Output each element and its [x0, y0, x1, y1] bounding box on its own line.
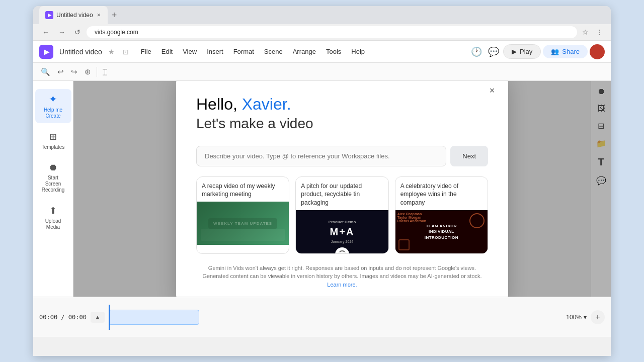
loading-spinner-container: [335, 247, 349, 253]
address-bar-row: ← → ↺ ☆ ⋮: [33, 24, 611, 41]
menu-file[interactable]: File: [137, 46, 155, 57]
upload-icon: ⬆: [49, 205, 57, 216]
template-card-employee[interactable]: A celebratory video of employee wins in …: [395, 176, 488, 254]
app-area: ▶ Untitled video ★ ⊡ File Edit View Inse…: [33, 41, 611, 337]
share-icon: 👥: [551, 48, 559, 55]
canvas-area: ⏺ 🖼 ⊟ 📁 T 💬 × Hello, Xavier. Let's make …: [73, 81, 611, 297]
template-thumb-product: Product Demo M+A January 2024: [296, 210, 388, 253]
play-label: Play: [520, 48, 532, 55]
employee-name-area: Alex ChapmanTaylor MorganRachel Anderson: [397, 212, 426, 223]
timeline: 00:00 / 00:00 ▲ 100% ▾ +: [33, 297, 611, 337]
template-cards: A recap video of my weekly marketing mee…: [196, 176, 488, 254]
help-create-modal: × Hello, Xavier. Let's make a video Next: [176, 81, 508, 297]
search-icon[interactable]: 🔍: [39, 66, 52, 78]
template-thumb-weekly: WEEKLY TEAM UPDATES: [197, 202, 289, 245]
zoom-label: 100%: [566, 314, 582, 321]
add-scene-button[interactable]: +: [591, 310, 605, 324]
templates-icon: ⊞: [49, 131, 57, 142]
app-title: Untitled video: [59, 48, 102, 56]
menu-view[interactable]: View: [179, 46, 201, 57]
forward-button[interactable]: →: [55, 26, 68, 38]
sidebar-item-templates[interactable]: ⊞ Templates: [35, 127, 71, 154]
user-avatar[interactable]: [590, 44, 605, 59]
menu-format[interactable]: Format: [229, 46, 258, 57]
employee-title-text: TEAM AND/ORINDIVIDUALINTRODUCTION: [425, 223, 458, 240]
weekly-bg-overlay: [197, 202, 289, 245]
browser-tab[interactable]: ▶ Untitled video ×: [39, 6, 108, 24]
address-input[interactable]: [87, 26, 577, 38]
star-icon[interactable]: ★: [108, 48, 115, 56]
browser-window: ▶ Untitled video × + ← → ↺ ☆ ⋮ ▶ Untitle…: [33, 6, 611, 356]
share-button[interactable]: 👥 Share: [543, 45, 588, 58]
tab-bar: ▶ Untitled video × +: [33, 6, 611, 24]
employee-square-deco: [398, 239, 410, 250]
tab-close-button[interactable]: ×: [96, 11, 102, 20]
sidebar-item-help-create[interactable]: ✦ Help meCreate: [35, 89, 71, 123]
undo-icon[interactable]: ↩: [56, 66, 65, 78]
modal-greeting: Hello, Xavier.: [196, 95, 488, 114]
cursor-icon[interactable]: ⌶: [101, 66, 109, 77]
menu-arrange[interactable]: Arrange: [289, 46, 320, 57]
toolbar-divider-1: [97, 67, 97, 77]
share-label: Share: [562, 48, 580, 55]
zoom-control[interactable]: 100% ▾: [566, 314, 587, 321]
sidebar: ✦ Help meCreate ⊞ Templates ⏺ Start Scre…: [33, 81, 73, 297]
play-button[interactable]: ▶ Play: [503, 44, 541, 59]
modal-overlay: × Hello, Xavier. Let's make a video Next: [73, 81, 611, 297]
folder-icon[interactable]: ⊡: [123, 48, 129, 56]
help-create-icon: ✦: [49, 93, 57, 105]
greeting-name: Xavier.: [242, 95, 291, 113]
learn-more-link[interactable]: Learn more.: [327, 282, 357, 288]
bookmark-button[interactable]: ☆: [580, 26, 591, 38]
comments-button[interactable]: 💬: [486, 44, 501, 59]
menu-edit[interactable]: Edit: [157, 46, 177, 57]
zoom-icon[interactable]: ⊕: [83, 66, 93, 78]
menu-help[interactable]: Help: [347, 46, 369, 57]
product-demo-label: Product Demo: [329, 220, 356, 224]
history-button[interactable]: 🕐: [469, 44, 484, 59]
sidebar-label-help-create: Help meCreate: [44, 107, 62, 119]
screen-record-icon: ⏺: [49, 162, 58, 173]
menu-insert[interactable]: Insert: [203, 46, 227, 57]
sidebar-item-upload[interactable]: ⬆ UploadMedia: [35, 201, 71, 234]
sidebar-item-screen-record[interactable]: ⏺ Start ScreenRecording: [35, 158, 71, 197]
tab-title: Untitled video: [56, 12, 93, 19]
more-button[interactable]: ⋮: [594, 26, 605, 38]
sidebar-label-upload: UploadMedia: [45, 218, 61, 230]
template-label-product: A pitch for our updated product, recycla…: [296, 177, 388, 210]
new-tab-button[interactable]: +: [108, 8, 121, 23]
tab-favicon: ▶: [45, 11, 53, 19]
timeline-bar[interactable]: [109, 310, 199, 325]
collapse-timeline-button[interactable]: ▲: [91, 312, 105, 323]
template-label-employee: A celebratory video of employee wins in …: [395, 177, 488, 210]
redo-icon[interactable]: ↪: [69, 66, 79, 78]
loading-spinner: [338, 250, 346, 253]
sidebar-label-screen-record: Start ScreenRecording: [41, 175, 65, 193]
modal-close-button[interactable]: ×: [484, 83, 500, 99]
back-button[interactable]: ←: [39, 26, 52, 38]
product-logo: M+A: [329, 226, 356, 238]
time-display: 00:00 / 00:00: [39, 314, 87, 321]
play-icon: ▶: [512, 48, 517, 55]
timeline-track[interactable]: [109, 305, 562, 330]
modal-input-row: Next: [196, 146, 488, 166]
template-label-weekly: A recap video of my weekly marketing mee…: [197, 177, 289, 202]
employee-content: TEAM AND/ORINDIVIDUALINTRODUCTION Alex C…: [395, 210, 488, 253]
video-description-input[interactable]: [196, 146, 446, 166]
menu-scene[interactable]: Scene: [260, 46, 287, 57]
timeline-playhead: [109, 305, 110, 330]
template-card-product[interactable]: A pitch for our updated product, recycla…: [295, 176, 388, 254]
modal-subtitle: Let's make a video: [196, 116, 488, 132]
product-content: Product Demo M+A January 2024: [329, 220, 356, 243]
next-button[interactable]: Next: [450, 146, 488, 166]
product-date: January 2024: [329, 240, 356, 243]
reload-button[interactable]: ↺: [71, 26, 84, 38]
sidebar-label-templates: Templates: [42, 144, 65, 150]
main-content: ✦ Help meCreate ⊞ Templates ⏺ Start Scre…: [33, 81, 611, 297]
template-thumb-employee: TEAM AND/ORINDIVIDUALINTRODUCTION Alex C…: [395, 210, 488, 253]
menu-tools[interactable]: Tools: [322, 46, 345, 57]
template-card-weekly[interactable]: A recap video of my weekly marketing mee…: [196, 176, 289, 254]
menu-bar: ▶ Untitled video ★ ⊡ File Edit View Inse…: [33, 41, 611, 63]
weekly-content: WEEKLY TEAM UPDATES: [197, 202, 289, 245]
app-logo: ▶: [39, 45, 53, 59]
